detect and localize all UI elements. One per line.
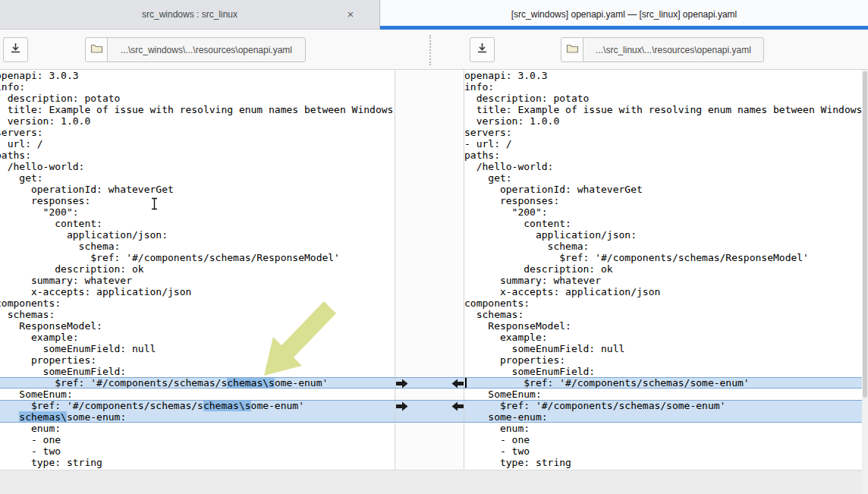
save-left-button[interactable] xyxy=(3,37,28,62)
push-change-right-arrow[interactable] xyxy=(396,378,408,388)
code-line: content: xyxy=(464,218,862,229)
code-line: - two xyxy=(464,445,862,457)
push-change-left-arrow[interactable] xyxy=(451,401,464,411)
code-line: x-accepts: application/json xyxy=(0,286,395,297)
folder-icon xyxy=(566,43,579,57)
file-path-right-button[interactable]: ...\src_linux\...\resources\openapi.yaml xyxy=(583,37,764,62)
toolbar-separator xyxy=(429,35,431,65)
right-editor-pane[interactable]: openapi: 3.0.3info: description: potato … xyxy=(464,70,862,470)
code-line: responses: xyxy=(464,195,862,206)
code-line: enum: xyxy=(464,423,862,434)
code-line: someEnumField: null xyxy=(0,343,395,354)
code-line: summary: whatever xyxy=(0,275,395,286)
code-line: someEnumField: null xyxy=(464,343,862,354)
code-line: title: Example of issue with resolving e… xyxy=(464,104,862,115)
code-line: $ref: '#/components/schemas/some-enum' xyxy=(464,377,862,389)
open-folder-right-button[interactable] xyxy=(561,37,583,62)
code-line: enum: xyxy=(0,423,395,434)
file-path-left: ...\src_windows\...\resources\openapi.ya… xyxy=(121,45,292,55)
code-line: info: xyxy=(464,81,862,93)
code-line: $ref: '#/components/schemas/schemas\some… xyxy=(0,400,395,411)
save-right-button[interactable] xyxy=(470,37,495,62)
code-line: someEnumField: xyxy=(464,366,862,377)
code-line: - one xyxy=(464,434,862,445)
code-line: schema: xyxy=(0,241,395,252)
code-line: "200": xyxy=(464,206,862,218)
code-line: - url: / xyxy=(464,138,862,149)
code-line: $ref: '#/components/schemas/some-enum' xyxy=(464,400,862,411)
code-line: type: string xyxy=(464,457,862,468)
code-line: summary: whatever xyxy=(464,275,862,286)
open-folder-left-button[interactable] xyxy=(85,37,108,62)
code-line: components: xyxy=(0,297,395,309)
tab-label: [src_windows] openapi.yaml — [src_linux]… xyxy=(511,9,737,20)
code-line: description: potato xyxy=(464,93,862,104)
code-line: servers: xyxy=(0,127,395,138)
vertical-scrollbar[interactable] xyxy=(862,70,868,494)
code-line: info: xyxy=(0,81,395,93)
code-line: components: xyxy=(464,297,862,309)
file-path-right: ...\src_linux\...\resources\openapi.yaml xyxy=(596,45,751,55)
vertical-scrollbar-thumb[interactable] xyxy=(863,71,867,398)
code-line: - one xyxy=(0,434,395,445)
code-line: operationId: whateverGet xyxy=(464,184,862,195)
save-icon xyxy=(9,42,22,58)
code-line: ResponseModel: xyxy=(464,320,862,332)
code-line: description: ok xyxy=(464,263,862,275)
code-line: - url: / xyxy=(0,138,395,149)
code-line: content: xyxy=(0,218,395,229)
left-editor-pane[interactable]: openapi: 3.0.3info: description: potato … xyxy=(0,70,395,470)
code-line: type: string xyxy=(0,457,395,468)
code-line: servers: xyxy=(464,127,862,138)
code-line: x-accepts: application/json xyxy=(464,286,862,297)
code-line: get: xyxy=(464,172,862,184)
code-line: SomeEnum: xyxy=(464,389,862,400)
code-line: version: 1.0.0 xyxy=(0,115,395,127)
code-line: - two xyxy=(0,445,395,457)
changed-text: schemas\ xyxy=(19,411,67,423)
code-line: /hello-world: xyxy=(464,161,862,172)
code-line: someEnumField: xyxy=(0,366,395,377)
code-line: /hello-world: xyxy=(0,161,395,172)
code-line: some-enum: xyxy=(464,411,862,423)
tab-bar: src_windows : src_linux × [src_windows] … xyxy=(0,0,868,30)
text-caret xyxy=(465,378,467,388)
changed-text: chemas\s xyxy=(227,377,275,389)
code-line: openapi: 3.0.3 xyxy=(0,70,395,81)
code-line: paths: xyxy=(0,149,395,161)
code-line: description: ok xyxy=(0,263,395,275)
file-path-left-button[interactable]: ...\src_windows\...\resources\openapi.ya… xyxy=(107,37,306,62)
changed-text: chemas\s xyxy=(203,400,251,411)
code-line: "200": xyxy=(0,206,395,218)
code-line: example: xyxy=(0,332,395,343)
tab-comparison-list[interactable]: src_windows : src_linux × xyxy=(0,0,380,29)
code-line: schemas\some-enum: xyxy=(0,411,395,423)
code-line: schemas: xyxy=(0,309,395,320)
code-line: $ref: '#/components/schemas/schemas\some… xyxy=(0,377,395,389)
close-icon[interactable]: × xyxy=(344,9,357,20)
code-line: openapi: 3.0.3 xyxy=(464,70,862,81)
code-line: $ref: '#/components/schemas/ResponseMode… xyxy=(464,252,862,263)
code-line: properties: xyxy=(0,354,395,366)
code-line: example: xyxy=(464,332,862,343)
tab-label: src_windows : src_linux xyxy=(142,9,237,20)
code-line: properties: xyxy=(464,354,862,366)
code-line: application/json: xyxy=(464,229,862,241)
save-icon xyxy=(476,42,489,58)
code-line: $ref: '#/components/schemas/ResponseMode… xyxy=(0,252,395,263)
push-change-left-arrow[interactable] xyxy=(451,378,464,388)
code-line: responses: xyxy=(0,195,395,206)
code-line: schemas: xyxy=(464,309,862,320)
tab-file-diff[interactable]: [src_windows] openapi.yaml — [src_linux]… xyxy=(380,0,868,29)
code-line: SomeEnum: xyxy=(0,389,395,400)
diff-content: openapi: 3.0.3info: description: potato … xyxy=(0,70,868,494)
code-line: application/json: xyxy=(0,229,395,241)
folder-icon xyxy=(90,43,103,57)
horizontal-scrollbar-area[interactable] xyxy=(0,470,862,494)
push-change-right-arrow[interactable] xyxy=(396,401,408,411)
code-line: get: xyxy=(0,172,395,184)
code-line: ResponseModel: xyxy=(0,320,395,332)
code-line: schema: xyxy=(464,241,862,252)
toolbar: ...\src_windows\...\resources\openapi.ya… xyxy=(0,30,868,70)
code-line: paths: xyxy=(464,149,862,161)
